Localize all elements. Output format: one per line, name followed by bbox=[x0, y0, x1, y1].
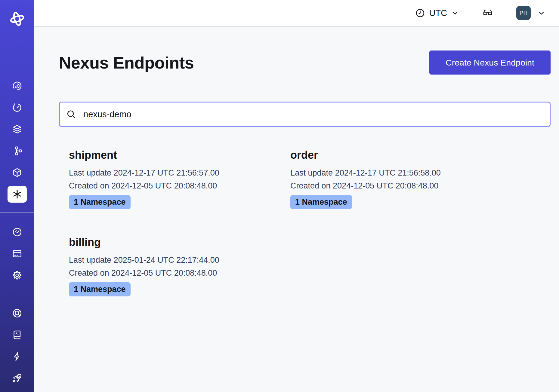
chevron-down-icon bbox=[451, 9, 459, 17]
search-input[interactable] bbox=[59, 102, 551, 127]
sidebar-item-billing[interactable] bbox=[0, 243, 34, 265]
sidebar-item-batch-operations[interactable] bbox=[0, 140, 34, 162]
sidebar-item-nexus[interactable] bbox=[0, 183, 34, 205]
sidebar-divider bbox=[0, 213, 34, 213]
endpoint-last-update: Last update 2024-12-17 UTC 21:56:58.00 bbox=[290, 168, 512, 178]
support-lifering-icon bbox=[12, 308, 22, 318]
chevron-down-icon bbox=[537, 9, 545, 17]
batch-branch-icon bbox=[12, 146, 22, 156]
endpoint-created-on: Created on 2024-12-05 UTC 20:08:48.00 bbox=[290, 181, 512, 191]
docs-book-icon bbox=[12, 330, 22, 340]
endpoint-created-on: Created on 2024-12-05 UTC 20:08:48.00 bbox=[69, 181, 290, 191]
avatar[interactable]: PH bbox=[516, 6, 531, 20]
search-wrap bbox=[59, 102, 551, 127]
main-column: UTC PH bbox=[34, 0, 559, 392]
layers-icon bbox=[12, 124, 22, 134]
endpoint-card: order Last update 2024-12-17 UTC 21:56:5… bbox=[290, 149, 512, 209]
glasses-icon bbox=[481, 8, 494, 18]
namespace-count-badge: 1 Namespace bbox=[69, 195, 131, 209]
endpoint-name-link[interactable]: shipment bbox=[69, 149, 290, 162]
create-nexus-endpoint-button[interactable]: Create Nexus Endpoint bbox=[429, 51, 551, 75]
endpoint-name-link[interactable]: billing bbox=[69, 236, 290, 249]
sidebar-item-deployments[interactable] bbox=[0, 162, 34, 183]
sidebar bbox=[0, 0, 34, 392]
endpoint-card-grid: shipment Last update 2024-12-17 UTC 21:5… bbox=[59, 149, 551, 296]
sidebar-item-support[interactable] bbox=[0, 302, 34, 324]
workflows-eye-icon bbox=[12, 81, 22, 91]
sidebar-item-schedules[interactable] bbox=[0, 97, 34, 118]
endpoint-name-link[interactable]: order bbox=[290, 149, 512, 162]
sidebar-item-settings[interactable] bbox=[0, 265, 34, 286]
sidebar-divider bbox=[0, 294, 34, 294]
namespace-count-badge: 1 Namespace bbox=[69, 282, 131, 296]
sidebar-item-task-queues[interactable] bbox=[0, 118, 34, 140]
endpoint-card: shipment Last update 2024-12-17 UTC 21:5… bbox=[69, 149, 290, 209]
usage-gauge-icon bbox=[12, 227, 22, 237]
endpoint-last-update: Last update 2025-01-24 UTC 22:17:44.00 bbox=[69, 255, 290, 265]
selected-item-highlight bbox=[8, 186, 27, 203]
nexus-asterisk-icon bbox=[12, 189, 23, 200]
namespace-count-badge: 1 Namespace bbox=[290, 195, 352, 209]
endpoint-created-on: Created on 2024-12-05 UTC 20:08:48.00 bbox=[69, 268, 290, 278]
timezone-selector[interactable]: UTC bbox=[415, 8, 459, 18]
sidebar-item-workflows[interactable] bbox=[0, 75, 34, 97]
temporal-logo[interactable] bbox=[8, 10, 26, 28]
deployments-cube-icon bbox=[12, 167, 22, 178]
sidebar-item-docs[interactable] bbox=[0, 324, 34, 346]
sidebar-item-events[interactable] bbox=[0, 346, 34, 367]
timezone-label: UTC bbox=[429, 8, 447, 18]
sidebar-item-getting-started[interactable] bbox=[0, 367, 34, 389]
sidebar-nav-help bbox=[0, 302, 34, 389]
content: Nexus Endpoints Create Nexus Endpoint sh… bbox=[34, 26, 559, 296]
app-root: UTC PH bbox=[0, 0, 559, 392]
topbar: UTC PH bbox=[34, 0, 559, 26]
events-lightning-icon bbox=[12, 351, 22, 362]
page-title: Nexus Endpoints bbox=[59, 53, 194, 72]
getting-started-rocket-icon bbox=[12, 373, 22, 383]
clock-icon bbox=[415, 8, 425, 18]
schedules-timer-icon bbox=[12, 103, 22, 113]
sidebar-nav-account bbox=[0, 221, 34, 286]
sidebar-item-usage[interactable] bbox=[0, 221, 34, 243]
billing-card-icon bbox=[12, 249, 22, 259]
endpoint-last-update: Last update 2024-12-17 UTC 21:56:57.00 bbox=[69, 168, 290, 178]
labs-mode-toggle[interactable] bbox=[481, 8, 494, 18]
endpoint-card: billing Last update 2025-01-24 UTC 22:17… bbox=[69, 236, 290, 296]
title-row: Nexus Endpoints Create Nexus Endpoint bbox=[59, 51, 551, 75]
settings-gear-icon bbox=[12, 270, 22, 280]
sidebar-nav-primary bbox=[0, 75, 34, 205]
account-menu[interactable]: PH bbox=[516, 6, 545, 20]
